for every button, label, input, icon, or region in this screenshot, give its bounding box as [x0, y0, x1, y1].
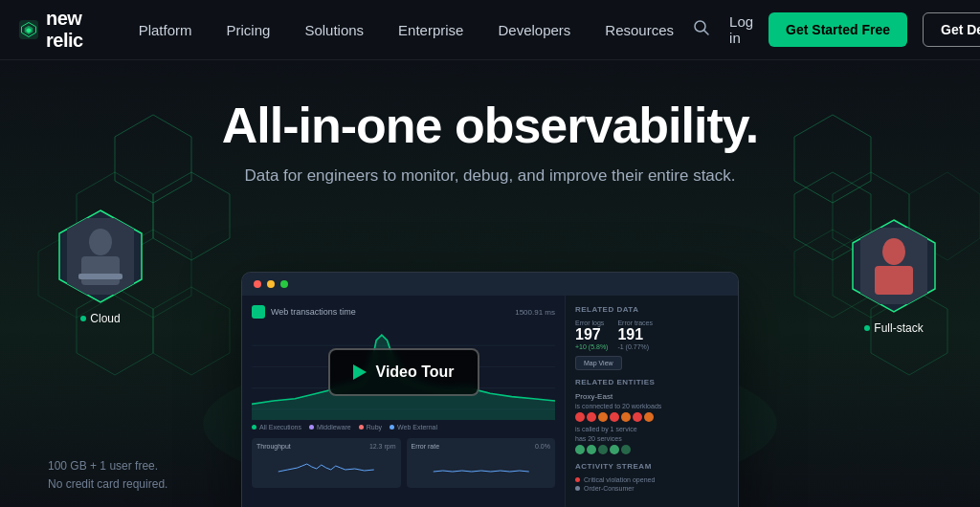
services-circles — [575, 445, 728, 454]
error-traces-metric: Error traces 191 -1 (0.77%) — [617, 320, 653, 350]
label-dot-1 — [309, 425, 314, 430]
video-tour-label: Video Tour — [375, 364, 454, 381]
error-logs-metric: Error logs 197 +10 (5.8%) — [575, 320, 608, 350]
fullstack-label: Full-stack — [851, 321, 937, 335]
nav-links: Platform Pricing Solutions Enterprise De… — [123, 0, 689, 60]
navbar: new relic Platform Pricing Solutions Ent… — [0, 0, 980, 60]
avatar-fullstack: Full-stack — [851, 218, 937, 335]
activity-item-2: Order-Consumer — [575, 485, 728, 492]
footer-note: 100 GB + 1 user free. No credit card req… — [48, 457, 167, 494]
svc-circle-3 — [598, 445, 608, 454]
error-rate-chart: Error rate 0.0% — [407, 438, 556, 488]
related-entities-section: Related entities Proxy-East is connected… — [575, 378, 728, 454]
circle-2 — [587, 412, 596, 422]
chart-value: 1500.91 ms — [515, 308, 555, 317]
metrics-row: Error logs 197 +10 (5.8%) Error traces 1… — [575, 320, 728, 350]
search-icon[interactable] — [689, 15, 714, 45]
nav-resources[interactable]: Resources — [590, 0, 689, 60]
label-dot-0 — [252, 425, 256, 430]
called-by-sub: is called by 1 service — [575, 426, 728, 432]
nav-enterprise[interactable]: Enterprise — [383, 0, 479, 60]
circle-7 — [644, 412, 654, 422]
svc-circle-4 — [610, 445, 619, 454]
svg-line-2 — [704, 30, 709, 34]
hero-heading: All-in-one observability. — [222, 99, 759, 153]
error-traces-value: 191 — [617, 326, 653, 343]
label-dot-2 — [359, 425, 364, 430]
video-tour-button[interactable]: Video Tour — [327, 348, 479, 396]
throughput-label: Throughput — [256, 443, 291, 450]
chart-label-0: All Executions — [252, 424, 301, 430]
chart-title: Web transactions time — [271, 307, 356, 317]
chart-label-3: Web External — [390, 424, 437, 430]
svg-rect-23 — [81, 256, 120, 285]
panel-header: Web transactions time 1500.91 ms — [252, 305, 555, 319]
fullstack-label-text: Full-stack — [874, 321, 923, 335]
nav-actions: Log in Get Started Free Get Demo — [689, 12, 980, 47]
fullstack-status-dot — [864, 325, 870, 331]
related-data-title: Related data — [575, 305, 728, 314]
proxy-circles — [575, 412, 728, 422]
activity-stream-title: Activity stream — [575, 462, 728, 471]
footer-line-1: 100 GB + 1 user free. — [48, 457, 167, 475]
error-traces-change: -1 (0.77%) — [617, 343, 653, 350]
window-close-dot — [254, 280, 261, 288]
cloud-label: Cloud — [57, 312, 144, 325]
get-demo-button[interactable]: Get Demo — [923, 12, 980, 47]
error-logs-change: +10 (5.8%) — [575, 343, 608, 350]
svc-circle-1 — [575, 445, 585, 454]
panel-logo-icon — [252, 305, 265, 319]
window-titlebar — [242, 273, 738, 296]
nav-developers[interactable]: Developers — [482, 0, 586, 60]
svg-marker-10 — [794, 115, 871, 203]
cloud-label-text: Cloud — [90, 312, 120, 325]
dashboard-mockup: Web transactions time 1500.91 ms — [241, 272, 739, 507]
svg-rect-24 — [78, 274, 122, 279]
error-logs-value: 197 — [575, 326, 608, 343]
play-icon — [352, 364, 366, 380]
error-logs-label: Error logs — [575, 320, 608, 326]
error-rate-label: Error rate — [412, 443, 440, 450]
nav-pricing[interactable]: Pricing — [212, 0, 286, 60]
circle-3 — [598, 412, 608, 422]
error-rate-value: 0.0% — [535, 443, 550, 452]
svg-marker-5 — [153, 172, 230, 260]
svg-point-22 — [89, 229, 112, 255]
svc-circle-5 — [621, 445, 631, 454]
related-entities-title: Related entities — [575, 378, 728, 386]
login-link[interactable]: Log in — [729, 13, 753, 46]
circle-4 — [610, 412, 619, 422]
chart-label-1: Middleware — [309, 424, 351, 430]
activity-dot-1 — [575, 477, 580, 482]
nav-platform[interactable]: Platform — [123, 0, 208, 60]
services-sub: has 20 services — [575, 435, 728, 442]
main-chart: Video Tour — [252, 324, 555, 420]
fullstack-avatar-hex — [851, 218, 937, 314]
logo[interactable]: new relic — [19, 8, 95, 52]
error-traces-label: Error traces — [617, 320, 653, 326]
throughput-value: 12.3 rpm — [369, 443, 396, 452]
hero-section: All-in-one observability. Data for engin… — [0, 60, 980, 507]
hero-subtext: Data for engineers to monitor, debug, an… — [244, 166, 735, 186]
get-started-button[interactable]: Get Started Free — [768, 12, 907, 47]
avatar-cloud: Cloud — [57, 209, 144, 325]
chart-labels: All Executions Middleware Ruby Web — [252, 424, 555, 430]
circle-1 — [575, 412, 585, 422]
throughput-chart: Throughput 12.3 rpm — [252, 438, 401, 488]
new-relic-logo-icon — [19, 14, 38, 45]
right-panel: Related data Error logs 197 +10 (5.8%) E… — [566, 296, 738, 507]
mini-charts-row: Throughput 12.3 rpm Error rate 0.0% — [252, 438, 555, 488]
activity-dot-2 — [575, 486, 580, 491]
left-panel: Web transactions time 1500.91 ms — [242, 296, 566, 507]
window-body: Web transactions time 1500.91 ms — [242, 296, 738, 507]
cloud-status-dot — [80, 316, 86, 321]
proxy-east-name: Proxy-East — [575, 392, 728, 401]
map-view-button[interactable]: Map View — [575, 356, 622, 370]
activity-item-1: Critical violation opened — [575, 476, 728, 483]
svg-rect-29 — [875, 266, 913, 295]
nav-solutions[interactable]: Solutions — [289, 0, 379, 60]
dashboard-window: Web transactions time 1500.91 ms — [241, 272, 739, 507]
cloud-avatar-hex — [57, 209, 144, 304]
window-max-dot — [280, 280, 288, 288]
activity-stream: Activity stream Critical violation opene… — [575, 462, 728, 492]
